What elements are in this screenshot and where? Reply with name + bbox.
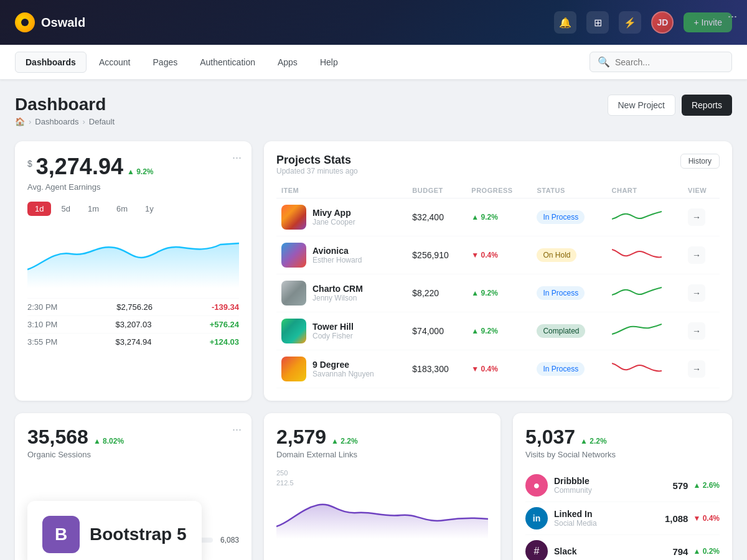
sessions-more-button[interactable]: ··· (232, 423, 242, 436)
status-badge: In Process (537, 286, 585, 300)
sparkline-tower (607, 312, 684, 350)
page-title: Dashboard (15, 95, 115, 114)
earnings-row-1: 2:30 PM $2,756.26 -139.34 (27, 298, 239, 315)
topbar: Oswald 🔔 ⊞ ⚡ JD + Invite (0, 0, 747, 45)
projects-title-area: Projects Stats Updated 37 minutes ago (276, 154, 358, 175)
social-number: 5,037 ▲ 2.2% (525, 426, 720, 449)
project-thumb-9degree (281, 357, 306, 381)
col-chart: CHART (607, 183, 684, 198)
nav-item-pages[interactable]: Pages (143, 52, 188, 72)
sparkline-mivy (607, 198, 684, 236)
nav-item-apps[interactable]: Apps (268, 52, 308, 72)
project-thumb-charto (281, 281, 306, 306)
social-item-slack: # Slack 794 ▲ 0.2% (525, 535, 720, 560)
sessions-label: Organic Sessions (27, 450, 239, 459)
earnings-more-button[interactable]: ··· (232, 151, 242, 164)
earnings-number: 3,274.94 (36, 154, 123, 180)
nav-item-account[interactable]: Account (89, 52, 141, 72)
sparkline-avionica (607, 236, 684, 274)
social-more-button[interactable]: ··· (728, 10, 737, 23)
time-filters: 1d 5d 1m 6m 1y (27, 202, 239, 216)
bootstrap-text: Bootstrap 5 (90, 525, 187, 544)
table-row: Charto CRM Jenny Wilson $8,220 ▲ 9.2% In… (276, 274, 720, 312)
projects-table: ITEM BUDGET PROGRESS STATUS CHART VIEW (276, 183, 720, 388)
nav-item-dashboards[interactable]: Dashboards (15, 52, 87, 73)
history-button[interactable]: History (680, 154, 720, 169)
project-thumb-tower (281, 319, 306, 343)
breadcrumb-home-icon: 🏠 (15, 117, 25, 126)
search-bar: 🔍 (590, 52, 732, 72)
table-row: 9 Degree Savannah Nguyen $183,300 ▼ 0.4%… (276, 350, 720, 388)
main-nav: Dashboards Account Pages Authentication … (0, 45, 747, 80)
col-view: VIEW (683, 183, 720, 198)
projects-header: Projects Stats Updated 37 minutes ago Hi… (276, 154, 720, 175)
page-content: Dashboard 🏠 › Dashboards › Default New P… (0, 80, 747, 560)
view-button-avionica[interactable]: → (688, 246, 705, 264)
social-label: Visits by Social Networks (525, 450, 720, 459)
dribbble-icon: ● (525, 474, 548, 497)
earnings-amount: $ 3,274.94 ▲ 9.2% (27, 154, 239, 180)
share-icon[interactable]: ⚡ (619, 11, 641, 34)
domain-links-card: ··· 2,579 ▲ 2.2% Domain External Links 2… (264, 413, 500, 560)
view-button-9degree[interactable]: → (688, 360, 705, 378)
breadcrumb-default: Default (89, 117, 115, 126)
filter-1y[interactable]: 1y (138, 202, 161, 216)
sparkline-charto (607, 274, 684, 312)
projects-updated: Updated 37 minutes ago (276, 167, 358, 175)
table-row: Tower Hill Cody Fisher $74,000 ▲ 9.2% Co… (276, 312, 720, 350)
project-thumb-avionica (281, 243, 306, 268)
sessions-number: 35,568 ▲ 8.02% (27, 426, 239, 449)
social-card: ··· 5,037 ▲ 2.2% Visits by Social Networ… (513, 413, 732, 560)
earnings-row-3: 3:55 PM $3,274.94 +124.03 (27, 333, 239, 350)
status-badge: On Hold (537, 248, 576, 262)
project-item-charto: Charto CRM Jenny Wilson (281, 281, 402, 306)
reports-button[interactable]: Reports (682, 95, 732, 116)
earnings-chart (27, 226, 239, 288)
search-icon: 🔍 (598, 56, 610, 68)
page-title-area: Dashboard 🏠 › Dashboards › Default (15, 95, 115, 126)
page-header: Dashboard 🏠 › Dashboards › Default New P… (15, 95, 732, 126)
earnings-badge: ▲ 9.2% (127, 167, 154, 176)
project-thumb-mivy (281, 205, 306, 230)
notification-icon[interactable]: 🔔 (554, 11, 576, 34)
nav-item-help[interactable]: Help (310, 52, 348, 72)
table-row: Mivy App Jane Cooper $32,400 ▲ 9.2% In P… (276, 198, 720, 236)
logo-text: Oswald (41, 16, 85, 30)
linkedin-icon: in (525, 507, 548, 530)
invite-button[interactable]: + Invite (684, 12, 732, 32)
filter-1d[interactable]: 1d (27, 202, 51, 216)
projects-title: Projects Stats (276, 154, 358, 167)
social-item-dribbble: ● Dribbble Community 579 ▲ 2.6% (525, 469, 720, 502)
view-button-mivy[interactable]: → (688, 208, 705, 226)
grid-icon[interactable]: ⊞ (586, 11, 609, 34)
col-status: STATUS (532, 183, 606, 198)
new-project-button[interactable]: New Project (608, 95, 675, 116)
domain-number: 2,579 ▲ 2.2% (276, 426, 488, 449)
topbar-actions: 🔔 ⊞ ⚡ JD + Invite (554, 11, 732, 34)
filter-5d[interactable]: 5d (54, 202, 77, 216)
breadcrumb: 🏠 › Dashboards › Default (15, 117, 115, 126)
filter-1m[interactable]: 1m (80, 202, 106, 216)
slack-icon: # (525, 540, 548, 560)
header-actions: New Project Reports (608, 95, 733, 116)
project-item-9degree: 9 Degree Savannah Nguyen (281, 357, 402, 381)
view-button-tower[interactable]: → (688, 322, 705, 340)
view-button-charto[interactable]: → (688, 284, 705, 302)
nav-item-authentication[interactable]: Authentication (190, 52, 265, 72)
domain-chart: 250 212.5 (276, 469, 488, 544)
sparkline-9degree (607, 350, 684, 388)
earnings-card: ··· $ 3,274.94 ▲ 9.2% Avg. Agent Earning… (15, 141, 251, 401)
bootstrap-icon: B (42, 516, 80, 553)
project-item-mivy: Mivy App Jane Cooper (281, 205, 402, 230)
project-item-tower: Tower Hill Cody Fisher (281, 319, 402, 343)
earnings-currency: $ (27, 159, 32, 169)
logo: Oswald (15, 12, 85, 32)
filter-6m[interactable]: 6m (109, 202, 135, 216)
breadcrumb-dashboards[interactable]: Dashboards (35, 117, 78, 126)
search-input[interactable] (615, 57, 724, 67)
avatar[interactable]: JD (651, 11, 674, 34)
col-item: ITEM (276, 183, 407, 198)
table-row: Avionica Esther Howard $256,910 ▼ 0.4% O… (276, 236, 720, 274)
logo-icon (15, 12, 35, 32)
bootstrap-card: B Bootstrap 5 (27, 501, 202, 560)
